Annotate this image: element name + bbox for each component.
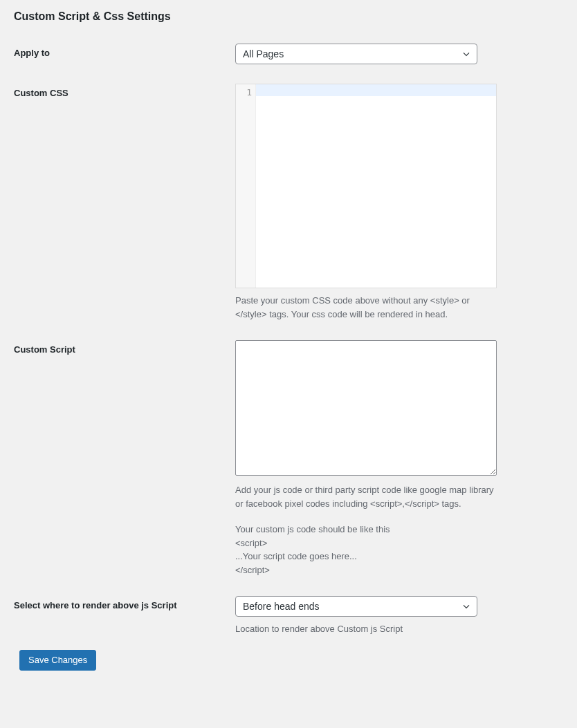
- custom-script-textarea[interactable]: [235, 340, 497, 476]
- custom-css-row: Custom CSS 1 Paste your custom CSS code …: [14, 84, 563, 321]
- code-content: [256, 84, 496, 288]
- custom-css-editor[interactable]: 1: [235, 84, 497, 288]
- custom-css-label: Custom CSS: [14, 84, 235, 98]
- apply-to-row: Apply to All Pages: [14, 44, 563, 64]
- render-location-select[interactable]: Before head ends: [235, 596, 477, 617]
- page-title: Custom Script & Css Settings: [14, 10, 563, 23]
- apply-to-select[interactable]: All Pages: [235, 44, 477, 64]
- custom-script-help: Add your js code or third party script c…: [235, 483, 497, 577]
- custom-css-field: 1 Paste your custom CSS code above witho…: [235, 84, 498, 321]
- settings-form: Apply to All Pages Custom CSS 1: [14, 44, 563, 636]
- submit-row: Save Changes: [19, 650, 563, 671]
- render-location-label: Select where to render above js Script: [14, 596, 235, 610]
- custom-css-help: Paste your custom CSS code above without…: [235, 294, 497, 321]
- custom-script-field: Add your js code or third party script c…: [235, 340, 498, 577]
- apply-to-select-wrapper: All Pages: [235, 44, 477, 64]
- save-button[interactable]: Save Changes: [19, 650, 96, 671]
- render-location-help: Location to render above Custom js Scrip…: [235, 622, 497, 636]
- apply-to-label: Apply to: [14, 44, 235, 58]
- apply-to-field: All Pages: [235, 44, 498, 64]
- render-location-field: Before head ends Location to render abov…: [235, 596, 498, 636]
- custom-css-textarea[interactable]: [256, 84, 496, 288]
- line-number: 1: [236, 87, 252, 97]
- render-location-select-wrapper: Before head ends: [235, 596, 477, 617]
- code-gutter: 1: [236, 84, 256, 288]
- custom-script-label: Custom Script: [14, 340, 235, 355]
- render-location-row: Select where to render above js Script B…: [14, 596, 563, 636]
- custom-script-row: Custom Script Add your js code or third …: [14, 340, 563, 577]
